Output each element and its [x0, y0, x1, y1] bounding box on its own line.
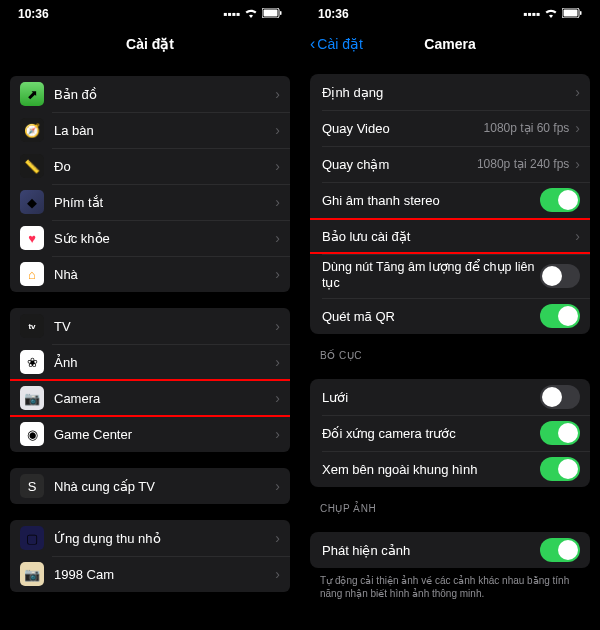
toggle-switch[interactable] [540, 385, 580, 409]
signal-icon: ▪▪▪▪ [523, 7, 540, 21]
settings-row[interactable]: ❀Ảnh› [10, 344, 290, 380]
settings-row[interactable]: Lưới [310, 379, 590, 415]
back-button[interactable]: ‹ Cài đặt [310, 35, 363, 53]
chevron-left-icon: ‹ [310, 35, 315, 53]
measure-icon: 📏 [20, 154, 44, 178]
toggle-switch[interactable] [540, 188, 580, 212]
settings-row[interactable]: tvTV› [10, 308, 290, 344]
chevron-right-icon: › [575, 228, 580, 244]
settings-group: ⬈Bản đồ›🧭La bàn›📏Đo›◆Phím tắt›♥Sức khỏe›… [10, 76, 290, 292]
row-label: Quét mã QR [322, 309, 540, 324]
row-label: Đo [54, 159, 275, 174]
wifi-icon [544, 7, 558, 21]
camera-settings-screen: 10:36 ▪▪▪▪ ‹ Cài đặt Camera Định dạng›Qu… [300, 0, 600, 630]
status-bar: 10:36 ▪▪▪▪ [0, 0, 300, 28]
page-title: Cài đặt [126, 36, 174, 52]
settings-group: tvTV›❀Ảnh›📷Camera›◉Game Center› [10, 308, 290, 452]
camera-settings-group: Phát hiện cảnh [310, 532, 590, 568]
compass-icon: 🧭 [20, 118, 44, 142]
section-footer: Tự động cải thiện ảnh về các cảnh khác n… [300, 568, 600, 606]
photos-icon: ❀ [20, 350, 44, 374]
settings-header: Cài đặt [0, 28, 300, 60]
settings-row[interactable]: 📷Camera› [10, 380, 290, 416]
settings-row[interactable]: ◉Game Center› [10, 416, 290, 452]
row-label: Xem bên ngoài khung hình [322, 462, 540, 477]
chevron-right-icon: › [575, 84, 580, 100]
camera-settings-group: Định dạng›Quay Video1080p tại 60 fps›Qua… [310, 74, 590, 334]
row-label: Quay Video [322, 121, 484, 136]
settings-row[interactable]: Đối xứng camera trước [310, 415, 590, 451]
settings-row[interactable]: Ghi âm thanh stereo [310, 182, 590, 218]
settings-list[interactable]: ⬈Bản đồ›🧭La bàn›📏Đo›◆Phím tắt›♥Sức khỏe›… [0, 60, 300, 630]
chevron-right-icon: › [275, 194, 280, 210]
settings-row[interactable]: ◆Phím tắt› [10, 184, 290, 220]
maps-icon: ⬈ [20, 82, 44, 106]
settings-screen: 10:36 ▪▪▪▪ Cài đặt ⬈Bản đồ›🧭La bàn›📏Đo›◆… [0, 0, 300, 630]
row-label: Nhà [54, 267, 275, 282]
row-label: Quay chậm [322, 157, 477, 172]
toggle-switch[interactable] [540, 457, 580, 481]
row-label: Phím tắt [54, 195, 275, 210]
gamecenter-icon: ◉ [20, 422, 44, 446]
row-label: Đối xứng camera trước [322, 426, 540, 441]
row-label: Ứng dụng thu nhỏ [54, 531, 275, 546]
settings-row[interactable]: Quét mã QR [310, 298, 590, 334]
status-indicators: ▪▪▪▪ [223, 7, 282, 21]
toggle-switch[interactable] [540, 538, 580, 562]
settings-row[interactable]: ▢Ứng dụng thu nhỏ› [10, 520, 290, 556]
chevron-right-icon: › [275, 354, 280, 370]
chevron-right-icon: › [275, 86, 280, 102]
row-label: Bảo lưu cài đặt [322, 229, 575, 244]
settings-row[interactable]: Xem bên ngoài khung hình [310, 451, 590, 487]
chevron-right-icon: › [275, 318, 280, 334]
settings-row[interactable]: ⌂Nhà› [10, 256, 290, 292]
settings-row[interactable]: Phát hiện cảnh [310, 532, 590, 568]
row-label: TV [54, 319, 275, 334]
row-label: Bản đồ [54, 87, 275, 102]
chevron-right-icon: › [275, 478, 280, 494]
status-indicators: ▪▪▪▪ [523, 7, 582, 21]
chevron-right-icon: › [275, 426, 280, 442]
row-label: La bàn [54, 123, 275, 138]
settings-row[interactable]: SNhà cung cấp TV› [10, 468, 290, 504]
row-label: Định dạng [322, 85, 575, 100]
home-icon: ⌂ [20, 262, 44, 286]
row-label: Camera [54, 391, 275, 406]
settings-row[interactable]: Quay Video1080p tại 60 fps› [310, 110, 590, 146]
settings-row[interactable]: ♥Sức khỏe› [10, 220, 290, 256]
chevron-right-icon: › [275, 266, 280, 282]
section-header: CHỤP ẢNH [300, 487, 600, 518]
toggle-switch[interactable] [540, 304, 580, 328]
battery-icon [562, 7, 582, 21]
chevron-right-icon: › [275, 566, 280, 582]
signal-icon: ▪▪▪▪ [223, 7, 240, 21]
shortcuts-icon: ◆ [20, 190, 44, 214]
row-label: Nhà cung cấp TV [54, 479, 275, 494]
svg-rect-2 [280, 11, 282, 15]
tv-icon: tv [20, 314, 44, 338]
section-header: BỐ CỤC [300, 334, 600, 365]
settings-row[interactable]: Dùng nút Tăng âm lượng để chụp liên tục [310, 254, 590, 298]
settings-row[interactable]: 📷1998 Cam› [10, 556, 290, 592]
settings-row[interactable]: 🧭La bàn› [10, 112, 290, 148]
row-label: Game Center [54, 427, 275, 442]
status-time: 10:36 [318, 7, 349, 21]
camera-icon: 📷 [20, 386, 44, 410]
toggle-switch[interactable] [540, 264, 580, 288]
settings-row[interactable]: Quay chậm1080p tại 240 fps› [310, 146, 590, 182]
chevron-right-icon: › [275, 230, 280, 246]
settings-row[interactable]: 📏Đo› [10, 148, 290, 184]
row-label: Dùng nút Tăng âm lượng để chụp liên tục [322, 260, 540, 291]
settings-row[interactable]: Bảo lưu cài đặt› [310, 218, 590, 254]
battery-icon [262, 7, 282, 21]
svg-rect-5 [580, 11, 582, 15]
tvprovider-icon: S [20, 474, 44, 498]
settings-row[interactable]: Định dạng› [310, 74, 590, 110]
settings-row[interactable]: ⬈Bản đồ› [10, 76, 290, 112]
camera-settings-list[interactable]: Định dạng›Quay Video1080p tại 60 fps›Qua… [300, 60, 600, 630]
health-icon: ♥ [20, 226, 44, 250]
toggle-switch[interactable] [540, 421, 580, 445]
svg-rect-1 [264, 10, 278, 17]
row-value: 1080p tại 60 fps [484, 121, 570, 135]
row-label: Phát hiện cảnh [322, 543, 540, 558]
